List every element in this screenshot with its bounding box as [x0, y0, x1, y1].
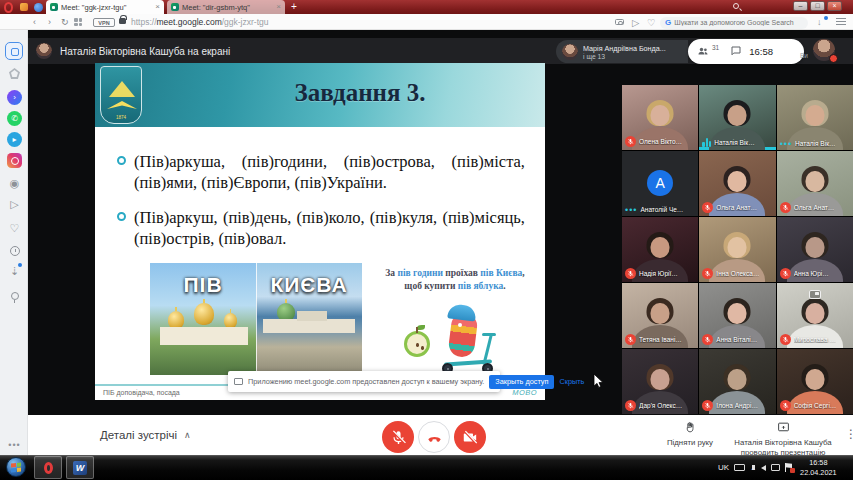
send-to-flow-icon[interactable]: ▷	[632, 17, 639, 29]
search-input[interactable]	[674, 19, 794, 26]
vpn-badge[interactable]: VPN	[93, 18, 115, 27]
participant-name: Дар'я Олекс…	[639, 402, 682, 409]
messenger-icon[interactable]: ›	[7, 90, 22, 105]
participant-tile[interactable]: Тетяна Івані…	[622, 283, 698, 348]
participant-tile[interactable]: Дар'я Олекс…	[622, 349, 698, 414]
action-center-flag-icon[interactable]	[785, 463, 793, 472]
participant-tile[interactable]: Мирослава …	[777, 283, 853, 348]
my-flow-icon[interactable]: ▷	[7, 197, 22, 212]
illustration-panel: За пів години проїхав пів Києва, щоб куп…	[370, 263, 540, 375]
player-icon[interactable]: ◉	[7, 176, 22, 191]
forward-button[interactable]: ›	[48, 16, 51, 29]
hide-notification-button[interactable]: Скрыть	[559, 377, 584, 386]
participant-tile[interactable]: ••• Наталія Вік…	[777, 85, 853, 150]
network-icon[interactable]	[771, 464, 780, 471]
news-pentagon-icon[interactable]	[7, 66, 22, 81]
participant-name: Олена Вікто…	[639, 138, 682, 145]
extension-icon[interactable]	[20, 3, 28, 11]
tab-close-icon[interactable]: ×	[276, 3, 281, 11]
pip-icon	[809, 290, 821, 299]
participant-tile[interactable]: Наталія Вік…	[699, 85, 775, 150]
leave-call-button[interactable]	[418, 421, 450, 453]
opera-logo-icon[interactable]	[4, 2, 13, 13]
participant-tile[interactable]: Інна Олекса…	[699, 217, 775, 282]
participant-name: Мирослава …	[794, 336, 836, 343]
lock-icon[interactable]	[119, 18, 126, 24]
minimize-button[interactable]: –	[793, 1, 808, 11]
reload-button[interactable]: ↻	[61, 16, 69, 29]
participant-name: Наталія Вік…	[714, 139, 754, 146]
mic-status-icon	[625, 334, 636, 345]
sidebar-downloads-icon[interactable]: ⇣	[7, 264, 22, 279]
chat-icon[interactable]	[730, 43, 742, 61]
tab-title: Meet: "ggk-jzxr-tgu"	[61, 3, 152, 12]
tab-close-icon[interactable]: ×	[155, 3, 160, 11]
notification-text: Приложению meet.google.com предоставлен …	[248, 377, 484, 386]
meet-status-pill: 31 16:58	[688, 39, 804, 64]
taskbar-word-icon[interactable]: W	[66, 456, 94, 479]
google-search-box[interactable]: G	[660, 17, 808, 29]
presenter-avatar	[36, 43, 52, 59]
titlebar-search-icon[interactable]	[733, 3, 741, 11]
participant-tile[interactable]: Софія Сергі…	[777, 349, 853, 414]
downloads-icon[interactable]: ↓	[817, 17, 826, 27]
volume-icon[interactable]	[761, 465, 766, 471]
slide-image-word-left: ПІВ	[150, 273, 256, 297]
close-button[interactable]: ×	[827, 1, 842, 11]
mic-status-icon	[702, 334, 713, 345]
more-options-icon[interactable]: ⋮	[845, 427, 853, 441]
profile-icon[interactable]	[34, 3, 43, 12]
settings-sliders-icon[interactable]	[836, 18, 846, 26]
taskbar-clock[interactable]: 16:5822.04.2021	[800, 458, 837, 478]
history-clock-icon[interactable]	[7, 243, 22, 258]
sidebar-more-icon[interactable]: •••	[7, 437, 22, 452]
new-tab-button[interactable]: +	[288, 2, 300, 13]
taskbar-opera-icon[interactable]	[34, 456, 62, 479]
participant-tile[interactable]: Надія Юрії…	[622, 217, 698, 282]
mic-toggle-button[interactable]	[382, 421, 414, 453]
participant-name: Надія Юрії…	[639, 270, 678, 277]
stop-sharing-button[interactable]: Закрыть доступ	[489, 375, 554, 389]
kyiv-photo: ПІВ КИЄВА	[150, 263, 362, 375]
participant-tile[interactable]: Олена Вікто…	[622, 85, 698, 150]
language-indicator[interactable]: UK	[718, 463, 729, 472]
back-button[interactable]: ‹	[33, 16, 36, 29]
participant-tile[interactable]: А ••• Анатолій Че…	[622, 151, 698, 216]
telegram-icon[interactable]: ▸	[7, 132, 22, 147]
bookmarks-heart-icon[interactable]: ♡	[7, 221, 22, 236]
participant-name: Інна Олекса…	[716, 270, 759, 277]
meeting-clock: 16:58	[749, 46, 773, 57]
speed-dial-icon[interactable]	[74, 18, 82, 26]
chip-name: Марія Андріївна Бонда...	[583, 44, 666, 53]
participant-tile[interactable]: Ольга Анат…	[777, 151, 853, 216]
meeting-details-button[interactable]: Деталі зустрічі∧	[100, 429, 191, 441]
speed-dial-home-icon[interactable]	[5, 42, 23, 60]
people-icon[interactable]	[697, 43, 709, 61]
snapshot-icon[interactable]	[615, 19, 624, 26]
raise-hand-button[interactable]: Підняти руку	[662, 420, 718, 448]
instagram-icon[interactable]	[7, 153, 22, 168]
participant-tile[interactable]: Ольга Анат…	[699, 151, 775, 216]
participants-overflow-chip[interactable]: Марія Андріївна Бонда... і ще 13	[556, 40, 688, 63]
google-logo: G	[665, 18, 671, 27]
browser-tab[interactable]: Meet: "dir-gsbm-ytq" ×	[167, 0, 285, 14]
maximize-button[interactable]: □	[810, 1, 825, 11]
mic-status-icon	[780, 334, 791, 345]
whatsapp-icon[interactable]: ✆	[7, 111, 22, 126]
camera-toggle-button[interactable]	[454, 421, 486, 453]
bookmark-heart-icon[interactable]: ♡	[647, 17, 656, 29]
mic-status-icon	[780, 400, 791, 411]
participant-tile[interactable]: Ілона Андрі…	[699, 349, 775, 414]
address-bar[interactable]: https://meet.google.com/ggk-jzxr-tgu	[131, 17, 268, 27]
browser-tab[interactable]: Meet: "ggk-jzxr-tgu" ×	[46, 0, 164, 14]
mic-status-icon	[625, 136, 636, 147]
start-button[interactable]	[6, 457, 26, 477]
participant-tile[interactable]: Анна Юрі…	[777, 217, 853, 282]
pinboard-icon[interactable]	[7, 288, 22, 303]
present-icon	[777, 421, 790, 434]
slide-bullets: (Пів)аркуша, (пів)години, (пів)острова, …	[117, 151, 525, 263]
mic-status-icon: •••	[780, 141, 792, 147]
participant-tile[interactable]: Анна Віталі…	[699, 283, 775, 348]
participant-name: Софія Сергі…	[794, 402, 837, 409]
keyboard-icon[interactable]	[734, 464, 745, 471]
